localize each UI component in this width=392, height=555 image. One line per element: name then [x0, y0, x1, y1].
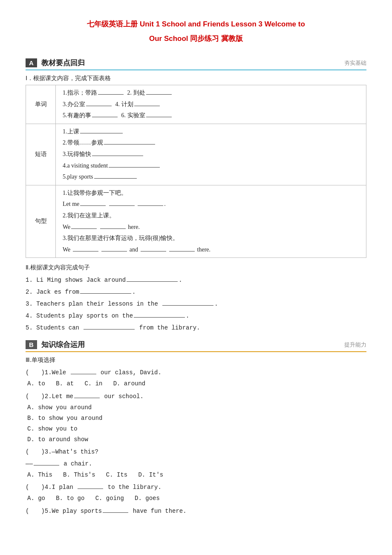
blank	[84, 329, 135, 330]
section-b-sub: 提升能力	[344, 341, 366, 349]
section-a-title: 教材要点回归	[41, 58, 344, 68]
blank	[71, 228, 97, 229]
phrase-line2: 2.带领……参观	[63, 137, 361, 149]
phrase-line3: 3.玩得愉快	[63, 149, 361, 160]
blank	[104, 144, 155, 145]
sentence-en3: We and there.	[63, 244, 361, 256]
blank	[141, 251, 166, 251]
section-b-title: 知识综合运用	[41, 340, 344, 350]
section-b-badge: B	[26, 340, 37, 349]
section-a-sub: 夯实基础	[344, 59, 366, 67]
part2-s5: 5. Students can from the library.	[26, 322, 366, 334]
table-row-sentence: 句型 1.让我带你参观一下吧。 Let me . 2.我们在这里上课。 We h…	[26, 185, 366, 258]
mc-q3-line2: —— a chair.	[26, 458, 366, 470]
sentence-en2: We here.	[63, 222, 361, 233]
mc-q3: ( )3.—What's this?	[26, 446, 366, 458]
blank	[92, 117, 118, 117]
part2-instruction: Ⅱ.根据课文内容完成句子	[26, 264, 366, 272]
section-a-header: A 教材要点回归 夯实基础	[26, 58, 366, 70]
blank	[74, 398, 100, 398]
vocab-line3: 5.有趣的事 6. 实验室	[63, 110, 361, 121]
title-line1: 七年级英语上册 Unit 1 School and Friends Lesson…	[26, 17, 366, 32]
phrase-line4: 4.a visiting student	[63, 160, 361, 172]
blank	[86, 106, 112, 106]
mc-q2: ( )2.Let me our school.	[26, 390, 366, 402]
content-sentence: 1.让我带你参观一下吧。 Let me . 2.我们在这里上课。 We here…	[56, 185, 366, 258]
phrase-line5: 5.play sports	[63, 171, 361, 183]
label-vocab: 单词	[26, 85, 56, 124]
blank	[109, 205, 135, 206]
blank	[34, 465, 59, 465]
page-title: 七年级英语上册 Unit 1 School and Friends Lesson…	[26, 17, 366, 46]
blank	[73, 251, 98, 251]
blank	[103, 512, 128, 513]
sentence-desc2: 2.我们在这里上课。	[63, 210, 361, 222]
sentence-desc1: 1.让我带你参观一下吧。	[63, 188, 361, 199]
section-b-header: B 知识综合运用 提升能力	[26, 340, 366, 352]
part2-section: Ⅱ.根据课文内容完成句子 1. Li Ming shows Jack aroun…	[26, 264, 366, 334]
part1-instruction: Ⅰ．根据课文内容，完成下面表格	[26, 75, 366, 82]
blank	[127, 281, 178, 282]
part2-s3: 3. Teachers plan their lessons in the .	[26, 298, 366, 310]
label-sentence: 句型	[26, 185, 56, 258]
title-line2: Our School 同步练习 冀教版	[26, 32, 366, 46]
mc-q4-opts: A. go B. to go C. going D. goes	[26, 493, 366, 504]
part3-instruction: Ⅲ.单项选择	[26, 356, 366, 364]
blank	[146, 94, 172, 95]
blank	[109, 167, 160, 168]
content-vocab: 1.指示；带路 2. 到处 3.办公室 4. 计划 5.有趣的事 6. 实验室	[56, 85, 366, 124]
blank	[138, 205, 163, 206]
mc-q1: ( )1.Wele our class, David.	[26, 367, 366, 379]
blank	[71, 374, 96, 374]
blank	[80, 293, 131, 294]
phrase-line1: 1.上课	[63, 126, 361, 138]
blank	[92, 156, 143, 156]
blank	[101, 251, 127, 251]
sentence-en1: Let me .	[63, 199, 361, 210]
content-phrase: 1.上课 2.带领……参观 3.玩得愉快 4.a visiting studen…	[56, 124, 366, 185]
table-row-phrase: 短语 1.上课 2.带领……参观 3.玩得愉快 4.a visiting stu…	[26, 124, 366, 185]
vocab-table: 单词 1.指示；带路 2. 到处 3.办公室 4. 计划 5.有趣的事 6. 实…	[26, 85, 366, 258]
blank	[80, 205, 106, 206]
blank	[146, 117, 172, 117]
vocab-line2: 3.办公室 4. 计划	[63, 99, 361, 110]
part3-section: Ⅲ.单项选择 ( )1.Wele our class, David. A. to…	[26, 356, 366, 517]
part2-s4: 4. Students play sports on the.	[26, 310, 366, 322]
blank	[80, 133, 123, 133]
blank	[100, 228, 126, 229]
part2-s2: 2. Jack es from.	[26, 286, 366, 298]
mc-q4: ( )4.I plan to the library.	[26, 481, 366, 493]
table-row-vocab: 单词 1.指示；带路 2. 到处 3.办公室 4. 计划 5.有趣的事 6. 实…	[26, 85, 366, 124]
mc-q2-opts: A. show you around B. to show you around…	[26, 402, 366, 445]
blank	[94, 178, 137, 179]
section-a-badge: A	[26, 58, 37, 67]
label-phrase: 短语	[26, 124, 56, 185]
blank	[134, 317, 185, 318]
vocab-line1: 1.指示；带路 2. 到处	[63, 87, 361, 99]
blank	[169, 251, 195, 251]
blank	[134, 106, 160, 106]
blank	[162, 305, 213, 306]
blank	[78, 489, 103, 489]
part2-s1: 1. Li Ming shows Jack around.	[26, 274, 366, 286]
mc-q3-opts: A. This B. This's C. Its D. It's	[26, 470, 366, 480]
mc-q1-opts: A. to B. at C. in D. around	[26, 379, 366, 389]
mc-q5: ( )5.We play sports have fun there.	[26, 505, 366, 517]
blank	[98, 94, 124, 95]
sentence-desc3: 3.我们在那里进行体育运动，玩得(很)愉快。	[63, 233, 361, 244]
